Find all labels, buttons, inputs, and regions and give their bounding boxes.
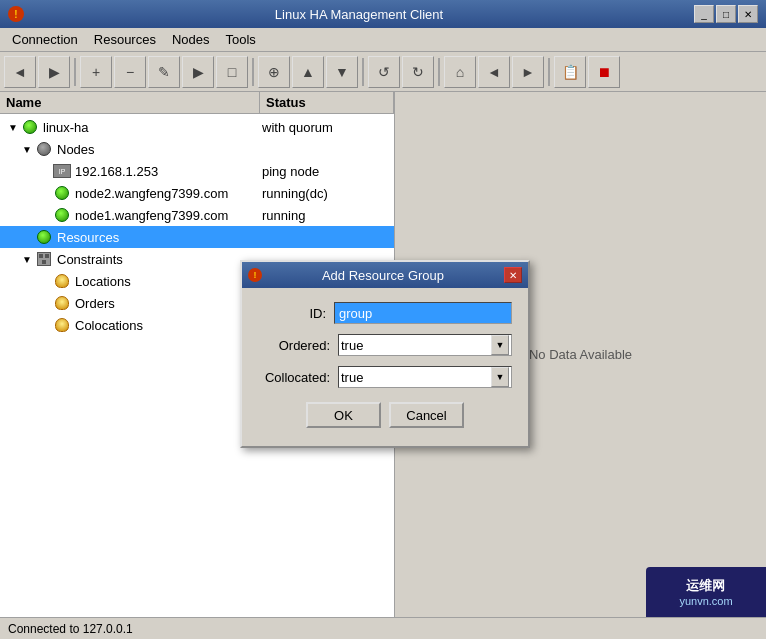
dialog-title: Add Resource Group xyxy=(262,268,504,283)
collocated-value: true xyxy=(341,370,363,385)
cancel-button[interactable]: Cancel xyxy=(389,402,464,428)
dialog-close-button[interactable]: ✕ xyxy=(504,267,522,283)
dialog-title-bar: ! Add Resource Group ✕ xyxy=(242,262,528,288)
dialog-id-row: ID: xyxy=(258,302,512,324)
ordered-label: Ordered: xyxy=(258,338,338,353)
dialog-buttons: OK Cancel xyxy=(258,398,512,436)
ordered-dropdown-arrow[interactable]: ▼ xyxy=(491,335,509,355)
collocated-label: Collocated: xyxy=(258,370,338,385)
ordered-select[interactable]: true ▼ xyxy=(338,334,512,356)
dialog-overlay: ! Add Resource Group ✕ ID: Ordered: true… xyxy=(0,0,766,639)
id-label: ID: xyxy=(258,306,334,321)
ok-button[interactable]: OK xyxy=(306,402,381,428)
dialog-collocated-row: Collocated: true ▼ xyxy=(258,366,512,388)
id-input[interactable] xyxy=(334,302,512,324)
dialog-body: ID: Ordered: true ▼ Collocated: true ▼ xyxy=(242,288,528,446)
dialog-icon: ! xyxy=(248,268,262,282)
dialog-ordered-row: Ordered: true ▼ xyxy=(258,334,512,356)
collocated-select[interactable]: true ▼ xyxy=(338,366,512,388)
ordered-value: true xyxy=(341,338,363,353)
collocated-dropdown-arrow[interactable]: ▼ xyxy=(491,367,509,387)
add-resource-group-dialog: ! Add Resource Group ✕ ID: Ordered: true… xyxy=(240,260,530,448)
